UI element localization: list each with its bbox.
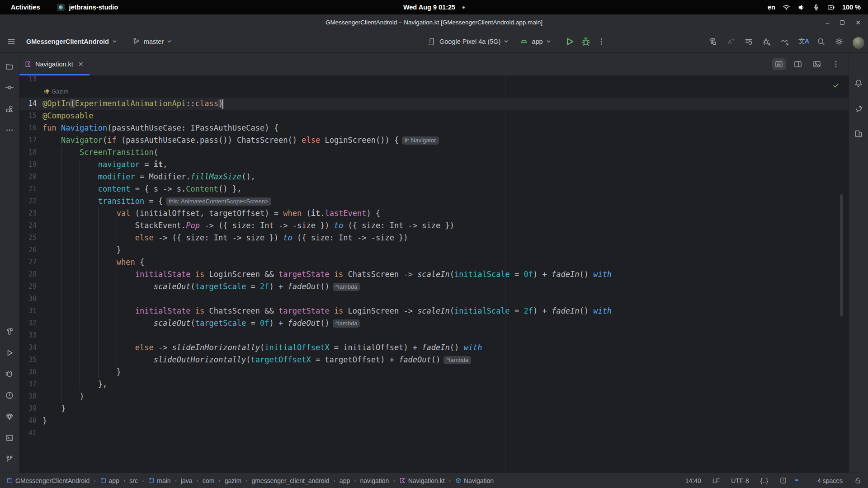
editor-scrollbar[interactable] bbox=[840, 194, 843, 316]
code-content[interactable]: }, bbox=[42, 378, 107, 390]
line-number[interactable]: 21 bbox=[19, 183, 42, 195]
line-number[interactable]: 22 bbox=[19, 195, 42, 207]
code-content[interactable]: } bbox=[42, 415, 47, 427]
vcs-branch-selector[interactable]: master bbox=[127, 34, 176, 49]
tab-navigation-kt[interactable]: Navigation.kt ✕ bbox=[19, 53, 90, 75]
close-button[interactable]: ✕ bbox=[855, 19, 861, 26]
breadcrumb-item[interactable]: GMessengerClientAndroid bbox=[6, 477, 90, 484]
problems-icon[interactable] bbox=[5, 391, 14, 400]
tool-window-commit-button[interactable] bbox=[2, 80, 17, 95]
code-content[interactable]: StackEvent.Pop -> ({ size: Int -> -size … bbox=[42, 220, 454, 232]
code-content[interactable]: slideOutHorizontally(targetOffsetX = tar… bbox=[42, 354, 471, 366]
build-project-icon[interactable] bbox=[708, 37, 717, 46]
settings-button[interactable] bbox=[832, 35, 846, 48]
line-number[interactable]: 26 bbox=[19, 244, 42, 256]
line-number[interactable]: 13 bbox=[19, 75, 42, 85]
tool-window-more-horizontal-button[interactable] bbox=[2, 122, 17, 138]
code-content[interactable]: modifier = Modifier.fillMaxSize(), bbox=[42, 171, 255, 183]
breadcrumb-item[interactable]: app bbox=[340, 477, 350, 484]
code-content[interactable]: Navigator(if (passAuthUseCase.pass()) Ch… bbox=[42, 134, 439, 146]
line-number[interactable]: 36 bbox=[19, 366, 42, 378]
tool-window-run-button[interactable] bbox=[2, 345, 17, 361]
project-selector[interactable]: GMessengerClientAndroid bbox=[22, 35, 121, 48]
tool-window-version-control-button[interactable] bbox=[2, 451, 17, 467]
app-quality-insights-icon[interactable] bbox=[5, 412, 14, 421]
breadcrumb-item[interactable]: main bbox=[148, 477, 170, 484]
device-selector[interactable]: Google Pixel 4a (5G) bbox=[423, 34, 513, 49]
code-content[interactable]: } bbox=[42, 403, 66, 415]
line-number[interactable]: 28 bbox=[19, 268, 42, 281]
activities-button[interactable]: Activities bbox=[11, 4, 40, 11]
build-icon[interactable] bbox=[5, 327, 14, 336]
code-style-indent[interactable]: {..} bbox=[760, 477, 768, 484]
main-menu-icon[interactable] bbox=[7, 37, 16, 46]
translate-button[interactable]: 文A bbox=[796, 35, 810, 48]
line-number[interactable]: 25 bbox=[19, 232, 42, 244]
search-button[interactable] bbox=[814, 35, 828, 48]
tool-window-resource-manager-button[interactable] bbox=[2, 101, 17, 117]
code-content[interactable]: initialState is ChatsScreen && targetSta… bbox=[42, 305, 612, 317]
code-content[interactable]: ) bbox=[42, 390, 84, 403]
code-content[interactable]: fun Navigation(passAuthUseCase: IPassAut… bbox=[42, 122, 278, 134]
tool-window-logcat-button[interactable] bbox=[2, 366, 17, 382]
ai-assistant-icon[interactable] bbox=[726, 37, 735, 46]
lock-open-icon[interactable] bbox=[854, 477, 862, 484]
maximize-button[interactable] bbox=[840, 20, 844, 25]
code-content[interactable]: } bbox=[42, 366, 121, 378]
project-icon[interactable] bbox=[5, 62, 14, 71]
tool-window-app-quality-insights-button[interactable] bbox=[2, 409, 17, 424]
recent-changes-icon[interactable] bbox=[744, 37, 753, 46]
inspections-widget[interactable] bbox=[779, 477, 787, 484]
line-number[interactable]: 30 bbox=[19, 293, 42, 305]
more-vertical-button[interactable] bbox=[829, 58, 843, 70]
inlay-hint[interactable]: ^lambda bbox=[333, 283, 360, 291]
tool-window-terminal-button[interactable] bbox=[2, 430, 17, 446]
code-content[interactable]: initialState is LoginScreen && targetSta… bbox=[42, 268, 612, 281]
tool-window-device-manager-button[interactable] bbox=[851, 126, 866, 141]
more-vertical-icon[interactable] bbox=[831, 60, 840, 69]
avatar-button[interactable] bbox=[850, 35, 864, 48]
tool-window-gradle-button[interactable] bbox=[851, 101, 866, 116]
code-content[interactable]: val (initialOffset, targetOffset) = when… bbox=[42, 207, 380, 220]
inlay-hint[interactable]: ^lambda bbox=[333, 319, 360, 328]
code-content[interactable]: } bbox=[42, 244, 121, 256]
minimize-button[interactable]: – bbox=[826, 19, 829, 26]
resource-manager-icon[interactable] bbox=[5, 104, 14, 113]
line-number[interactable]: 35 bbox=[19, 354, 42, 366]
intention-bulb-icon[interactable] bbox=[42, 88, 50, 95]
line-number[interactable]: 33 bbox=[19, 329, 42, 342]
tool-window-project-button[interactable] bbox=[2, 59, 17, 74]
commit-icon[interactable] bbox=[5, 83, 14, 92]
profiler-icon[interactable] bbox=[780, 37, 789, 46]
logcat-icon[interactable] bbox=[5, 370, 14, 379]
file-encoding[interactable]: UTF-8 bbox=[731, 477, 749, 484]
inspections-ok-icon[interactable] bbox=[832, 82, 840, 89]
breadcrumb-item[interactable]: gmessenger_client_android bbox=[252, 477, 330, 484]
google-account[interactable] bbox=[798, 477, 806, 484]
breadcrumb-item[interactable]: java bbox=[181, 477, 193, 484]
file-writable[interactable] bbox=[854, 477, 862, 484]
code-content[interactable]: content = { s -> s.Content() }, bbox=[42, 183, 241, 195]
code-content[interactable]: ScreenTransition( bbox=[42, 146, 158, 159]
code-content[interactable]: navigator = it, bbox=[42, 159, 167, 171]
build-project-button[interactable] bbox=[705, 35, 720, 48]
split-view-icon[interactable] bbox=[793, 60, 802, 69]
code-content[interactable]: scaleOut(targetScale = 0f) + fadeOut()^l… bbox=[42, 317, 360, 329]
run-icon[interactable] bbox=[5, 348, 14, 357]
run-button[interactable] bbox=[564, 35, 575, 48]
tab-close-icon[interactable]: ✕ bbox=[78, 61, 84, 68]
code-content[interactable]: @OptIn(ExperimentalAnimationApi::class) bbox=[42, 98, 223, 110]
breadcrumb-item[interactable]: app bbox=[100, 477, 119, 484]
inspections-icon[interactable] bbox=[779, 477, 787, 484]
window-title-bar[interactable]: GMessengerClientAndroid – Navigation.kt … bbox=[0, 14, 868, 30]
profiler-button[interactable] bbox=[778, 35, 792, 48]
more-actions-icon[interactable] bbox=[597, 35, 606, 48]
code-view-icon[interactable] bbox=[774, 60, 783, 69]
line-number[interactable]: 39 bbox=[19, 403, 42, 415]
search-icon[interactable] bbox=[816, 37, 826, 46]
line-number[interactable]: 38 bbox=[19, 390, 42, 403]
attach-debugger-button[interactable] bbox=[760, 35, 774, 48]
focused-app-menu[interactable]: jetbrains-studio bbox=[57, 4, 118, 11]
breadcrumb-item[interactable]: gazim bbox=[225, 477, 241, 484]
code-content[interactable]: scaleOut(targetScale = 2f) + fadeOut()^l… bbox=[42, 281, 360, 293]
